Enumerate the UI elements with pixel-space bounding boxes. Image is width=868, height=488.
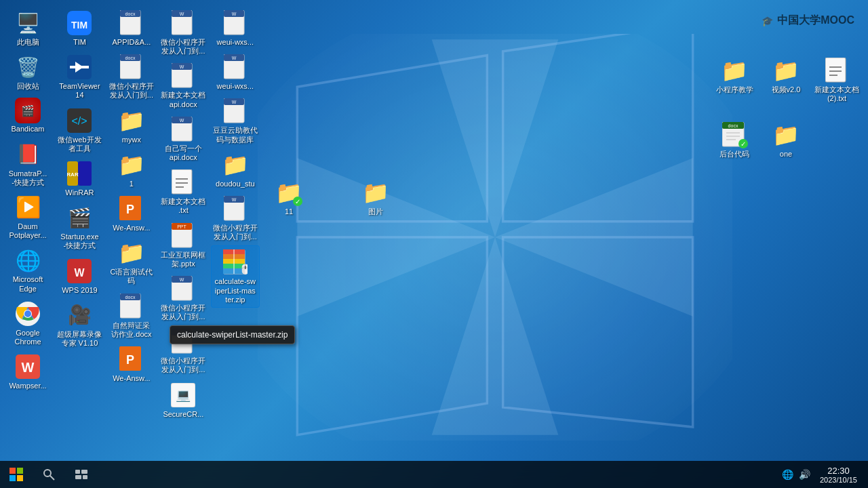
icon-wxjc[interactable]: 📁 小程序教学	[710, 54, 759, 97]
tim-icon: TIM	[66, 9, 93, 37]
svg-text:W: W	[232, 12, 237, 16]
svg-text:W: W	[232, 56, 237, 60]
icon-one[interactable]: 📁 one	[762, 119, 810, 161]
recycle-icon: 🗑️	[14, 54, 41, 81]
svg-text:W: W	[22, 360, 35, 375]
icon-edge[interactable]: 🌐 MicrosoftEdge	[3, 244, 52, 296]
winrar-icon: RAR	[66, 160, 93, 187]
calculate-zip-icon: 🖱️	[222, 249, 249, 276]
icon-wx-miniapp2[interactable]: W 微信小程序开发从入门到...	[159, 272, 208, 324]
icon-weui2[interactable]: W weui-wxs...	[211, 51, 260, 94]
securecrt-icon: 💻	[170, 382, 197, 409]
svg-text:docx: docx	[728, 123, 738, 128]
icon-wampserver[interactable]: W Wampser...	[3, 350, 52, 393]
svg-point-94	[44, 470, 51, 476]
icon-wx-miniapp1[interactable]: docx 微信小程序开发从入门到...	[107, 51, 156, 102]
icon-houtai[interactable]: docx ✓ 后台代码	[710, 119, 759, 161]
icon-video[interactable]: 📁 视频v2.0	[762, 54, 810, 97]
icon-securecrt[interactable]: 💻 SecureCR...	[159, 379, 208, 422]
icon-giye[interactable]: PPT 工业互联网框架.pptx	[159, 220, 208, 271]
icon-chrome[interactable]: GoogleChrome	[3, 298, 52, 349]
doudou-icon: W	[222, 98, 249, 125]
svg-text:W: W	[180, 64, 184, 69]
icon-new-txt[interactable]: 新建文本文档.txt	[159, 166, 208, 218]
svg-text:</>: </>	[72, 115, 87, 127]
svg-text:W: W	[180, 277, 184, 282]
icon-column-5: W weui-wxs... W weui-wxs... W	[211, 7, 260, 308]
svg-text:P: P	[126, 203, 134, 216]
weanswer2-icon: P	[118, 346, 145, 373]
icon-potplayer[interactable]: ▶️ DaumPotplayer...	[3, 191, 52, 243]
icon-pictures[interactable]: 📁 图片	[351, 176, 400, 219]
taskbar-clock[interactable]: 22:30 2023/10/15	[816, 464, 861, 485]
wx-miniapp2-icon: W	[170, 275, 197, 302]
search-taskbar[interactable]	[33, 461, 65, 488]
pc-icon: 🖥️	[14, 9, 41, 37]
houtai-badge: ✓	[738, 139, 748, 148]
right-desktop-icons: 新建文本文档(2).txt	[812, 54, 861, 106]
video-icon: 📁	[772, 57, 800, 84]
icon-weanswer2[interactable]: P We-Answ...	[107, 343, 156, 386]
icon-bandicam[interactable]: 🎬 Bandicam	[3, 95, 52, 136]
icon-this-pc[interactable]: 🖥️ 此电脑	[3, 7, 52, 49]
icon-sumatra[interactable]: 📕 SumatraP...-快捷方式	[3, 138, 52, 190]
icon-ziran[interactable]: docx 自然辩证采访作业.docx	[107, 290, 156, 342]
taskbar: 🌐 🔊 22:30 2023/10/15	[0, 461, 868, 488]
svg-rect-99	[83, 475, 87, 479]
chrome-icon	[14, 300, 41, 327]
icon-new-txt2[interactable]: 新建文本文档(2).txt	[812, 54, 861, 106]
icon-wx-api[interactable]: W 微信小程序开发从入门到...	[159, 7, 208, 58]
folder-11-icon: 📁 ✓	[275, 179, 302, 206]
icon-teamviewer[interactable]: TeamViewer14	[55, 51, 104, 102]
svg-text:W: W	[180, 12, 184, 16]
svg-rect-80	[825, 58, 846, 82]
start-button[interactable]	[0, 461, 33, 488]
svg-text:W: W	[180, 118, 184, 123]
mywx-folder-icon: 📁	[118, 107, 145, 134]
icon-doudou-stu[interactable]: 📁 doudou_stu	[211, 148, 260, 191]
folder-11-badge: ✓	[293, 197, 302, 206]
sumatra-icon: 📕	[14, 141, 41, 168]
icon-calculate-zip[interactable]: 🖱️ calculate-swiperList-master.zip	[211, 245, 260, 308]
icon-column-2: TIM TIM TeamViewer14 </>	[55, 7, 104, 350]
icon-recycle-bin[interactable]: 🗑️ 回收站	[3, 51, 52, 94]
icon-tim[interactable]: TIM TIM	[55, 7, 104, 49]
tray-volume[interactable]: 🔊	[799, 469, 810, 480]
svg-rect-92	[9, 475, 16, 481]
screen-recorder-icon: 🎥	[66, 302, 93, 329]
svg-text:W: W	[232, 100, 237, 104]
task-view[interactable]	[65, 461, 98, 488]
svg-text:TIM: TIM	[71, 20, 87, 30]
icon-new-doc-api[interactable]: W 新建文本文档api.docx	[159, 60, 208, 111]
icon-ziji[interactable]: W 自己写一个api.docx	[159, 113, 208, 165]
pictures-folder-icon: 📁	[362, 179, 389, 206]
icon-folder1[interactable]: 📁 1	[107, 148, 156, 191]
svg-point-8	[24, 310, 31, 317]
icon-wx-miniapp4[interactable]: W 微信小程序开发从入门到...	[211, 192, 260, 244]
middle-icons: 📁 ✓ 11	[264, 176, 313, 219]
system-tray: 🌐 🔊 22:30 2023/10/15	[782, 464, 868, 485]
icon-appid[interactable]: docx APPID&A...	[107, 7, 156, 49]
icon-screen-recorder[interactable]: 🎥 超级屏幕录像专家 V1.10	[55, 299, 104, 350]
icon-column-3: docx APPID&A... docx 微信小程序开发从入门到... 📁 my…	[107, 7, 156, 386]
wx-miniapp1-icon: docx	[118, 54, 145, 81]
icon-weanswer1[interactable]: P We-Answ...	[107, 192, 156, 235]
icon-doudou[interactable]: W 豆豆云助教代码与数据库	[211, 95, 260, 146]
new-txt2-icon	[823, 57, 850, 84]
wampserver-icon: W	[14, 353, 41, 380]
appid-icon: docx	[118, 9, 145, 37]
icon-weui1[interactable]: W weui-wxs...	[211, 7, 260, 49]
teamviewer-icon	[66, 54, 93, 81]
doudou-stu-icon: 📁	[222, 151, 249, 178]
icon-winrar[interactable]: RAR WinRAR	[55, 157, 104, 200]
icon-cyuyan[interactable]: 📁 C语言测试代码	[107, 237, 156, 288]
icon-folder-11[interactable]: 📁 ✓ 11	[264, 176, 313, 219]
svg-rect-93	[17, 475, 23, 481]
tray-network[interactable]: 🌐	[782, 469, 793, 480]
icon-mywx[interactable]: 📁 mywx	[107, 104, 156, 147]
icon-wx-devtools[interactable]: </> 微信web开发者工具	[55, 104, 104, 156]
wx-api-icon: W	[170, 9, 197, 37]
icon-startup[interactable]: 🎬 Startup.exe-快捷方式	[55, 201, 104, 253]
icon-wps[interactable]: W WPS 2019	[55, 255, 104, 298]
icon-column-4: W 微信小程序开发从入门到... W 新建文本文档api.docx	[159, 7, 208, 422]
